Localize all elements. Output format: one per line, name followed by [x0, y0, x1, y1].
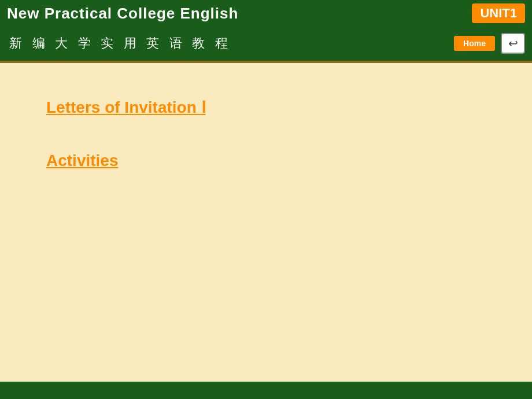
unit-badge: UNIT1 [472, 3, 525, 23]
title-chinese: 新 编 大 学 实 用 英 语 教 程 [7, 35, 231, 52]
letters-of-invitation-link[interactable]: Letters of Invitation Ⅰ [46, 98, 486, 117]
title-english: New Practical College English [7, 5, 238, 23]
header: New Practical College English UNIT1 新 编 … [0, 0, 532, 61]
main-content: Letters of Invitation Ⅰ Activities [0, 63, 532, 382]
back-icon: ↩ [508, 36, 518, 50]
activities-link[interactable]: Activities [46, 152, 486, 170]
nav-area: Home ↩ [454, 33, 525, 54]
back-button[interactable]: ↩ [501, 33, 525, 54]
header-bottom: 新 编 大 学 实 用 英 语 教 程 Home ↩ [0, 25, 532, 61]
home-button[interactable]: Home [454, 36, 495, 51]
footer [0, 382, 532, 399]
header-top: New Practical College English UNIT1 [0, 0, 532, 25]
